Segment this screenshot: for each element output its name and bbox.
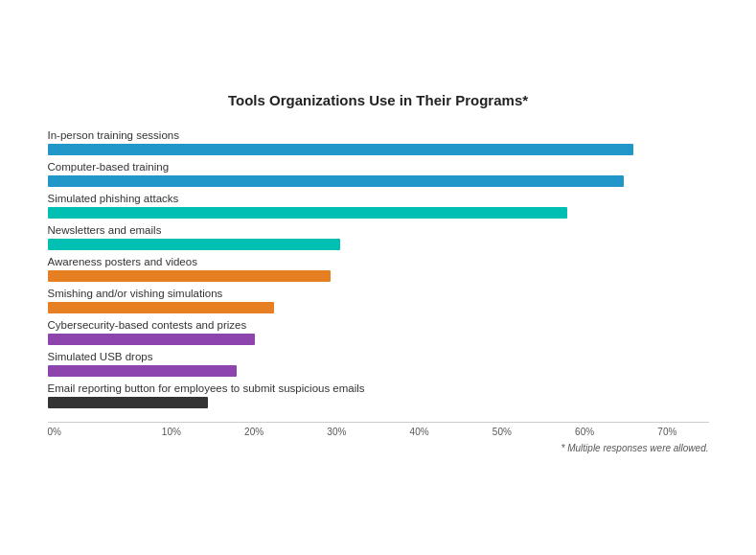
x-tick: 30%: [295, 427, 378, 437]
x-tick: 70%: [626, 427, 708, 437]
chart-title: Tools Organizations Use in Their Program…: [48, 92, 709, 108]
bar-row: Awareness posters and videos: [48, 256, 709, 282]
bar-track: [48, 239, 709, 250]
bar-fill: [48, 239, 341, 250]
bar-track: [48, 270, 709, 282]
bar-label: Email reporting button for employees to …: [48, 382, 709, 394]
bar-fill: [48, 270, 332, 282]
x-tick: 50%: [461, 427, 543, 437]
x-tick: 10%: [130, 427, 213, 437]
bar-track: [48, 302, 709, 313]
bar-row: Email reporting button for employees to …: [48, 382, 709, 408]
x-tick: 0%: [48, 427, 130, 437]
bar-label: Awareness posters and videos: [48, 256, 709, 267]
bar-row: In-person training sessions: [48, 129, 709, 155]
bar-label: Newsletters and emails: [48, 224, 709, 236]
x-tick: 40%: [378, 427, 461, 437]
bar-fill: [48, 302, 275, 313]
bar-label: Computer-based training: [48, 161, 709, 173]
chart-container: Tools Organizations Use in Their Program…: [19, 73, 738, 482]
bar-row: Simulated USB drops: [48, 351, 709, 377]
footnote: * Multiple responses were allowed.: [48, 443, 709, 453]
x-tick: 60%: [543, 427, 626, 437]
bar-label: Simulated USB drops: [48, 351, 709, 362]
bar-fill: [48, 175, 624, 187]
bar-track: [48, 365, 709, 377]
bar-fill: [48, 397, 209, 408]
x-tick: 20%: [213, 427, 295, 437]
bar-fill: [48, 207, 567, 219]
bar-row: Newsletters and emails: [48, 224, 709, 250]
bar-row: Computer-based training: [48, 161, 709, 187]
bar-fill: [48, 365, 237, 377]
bar-track: [48, 397, 709, 408]
bar-track: [48, 175, 709, 187]
bar-label: Cybersecurity-based contests and prizes: [48, 319, 709, 331]
bar-track: [48, 207, 709, 219]
bar-track: [48, 334, 709, 345]
bar-row: Cybersecurity-based contests and prizes: [48, 319, 709, 345]
bar-row: Simulated phishing attacks: [48, 193, 709, 219]
chart-body: In-person training sessionsComputer-base…: [48, 129, 709, 414]
bar-label: Simulated phishing attacks: [48, 193, 709, 204]
bar-track: [48, 144, 709, 155]
bar-fill: [48, 144, 633, 155]
bar-label: Smishing and/or vishing simulations: [48, 288, 709, 299]
bar-label: In-person training sessions: [48, 129, 709, 141]
bar-row: Smishing and/or vishing simulations: [48, 288, 709, 313]
bar-fill: [48, 334, 256, 345]
x-axis: 0%10%20%30%40%50%60%70%: [48, 422, 709, 437]
